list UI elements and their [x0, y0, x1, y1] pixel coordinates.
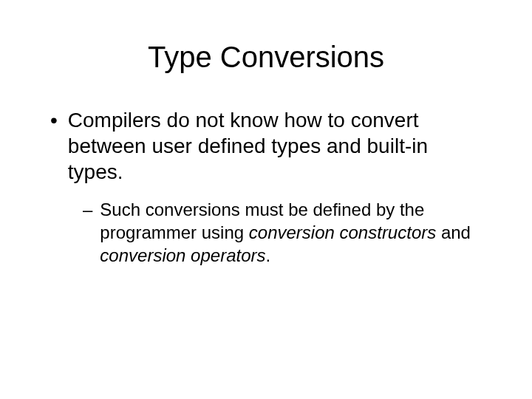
- sub-bullet-item: – Such conversions must be defined by th…: [44, 198, 488, 267]
- slide-title: Type Conversions: [44, 41, 488, 74]
- main-bullet-text: Compilers do not know how to convert bet…: [68, 107, 488, 185]
- sub-text-suffix: .: [265, 245, 270, 265]
- sub-bullet-text: Such conversions must be defined by the …: [100, 198, 488, 267]
- sub-text-conversion-constructors: conversion constructors: [249, 222, 436, 242]
- sub-text-mid: and: [436, 222, 471, 242]
- bullet-dot-icon: •: [50, 107, 58, 133]
- bullet-dash-icon: –: [83, 198, 92, 221]
- sub-text-conversion-operators: conversion operators: [100, 245, 265, 265]
- main-bullet-item: • Compilers do not know how to convert b…: [44, 107, 488, 185]
